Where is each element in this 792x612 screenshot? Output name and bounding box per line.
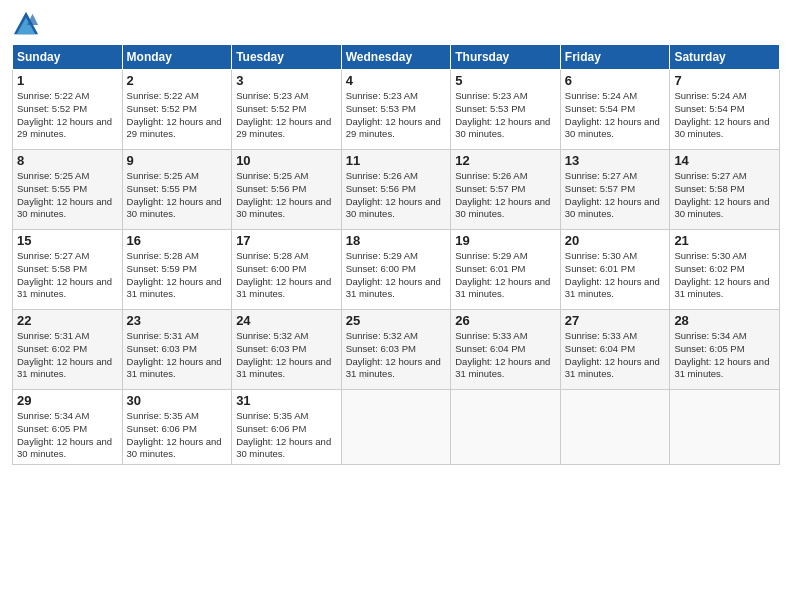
day-info: Sunrise: 5:30 AMSunset: 6:01 PMDaylight:…	[565, 250, 666, 301]
day-info: Sunrise: 5:32 AMSunset: 6:03 PMDaylight:…	[236, 330, 337, 381]
calendar-header-friday: Friday	[560, 45, 670, 70]
day-info: Sunrise: 5:34 AMSunset: 6:05 PMDaylight:…	[17, 410, 118, 461]
calendar-header-wednesday: Wednesday	[341, 45, 451, 70]
day-info: Sunrise: 5:26 AMSunset: 5:56 PMDaylight:…	[346, 170, 447, 221]
calendar-header-saturday: Saturday	[670, 45, 780, 70]
day-number: 8	[17, 153, 118, 168]
calendar-cell: 8Sunrise: 5:25 AMSunset: 5:55 PMDaylight…	[13, 150, 123, 230]
day-number: 22	[17, 313, 118, 328]
calendar-cell: 15Sunrise: 5:27 AMSunset: 5:58 PMDayligh…	[13, 230, 123, 310]
day-number: 10	[236, 153, 337, 168]
day-info: Sunrise: 5:35 AMSunset: 6:06 PMDaylight:…	[236, 410, 337, 461]
calendar-cell: 21Sunrise: 5:30 AMSunset: 6:02 PMDayligh…	[670, 230, 780, 310]
calendar-cell: 2Sunrise: 5:22 AMSunset: 5:52 PMDaylight…	[122, 70, 232, 150]
calendar-cell: 5Sunrise: 5:23 AMSunset: 5:53 PMDaylight…	[451, 70, 561, 150]
day-number: 24	[236, 313, 337, 328]
calendar-cell: 6Sunrise: 5:24 AMSunset: 5:54 PMDaylight…	[560, 70, 670, 150]
calendar-cell	[451, 390, 561, 465]
calendar-week-row: 22Sunrise: 5:31 AMSunset: 6:02 PMDayligh…	[13, 310, 780, 390]
calendar-header-monday: Monday	[122, 45, 232, 70]
calendar-cell: 11Sunrise: 5:26 AMSunset: 5:56 PMDayligh…	[341, 150, 451, 230]
calendar-cell: 22Sunrise: 5:31 AMSunset: 6:02 PMDayligh…	[13, 310, 123, 390]
calendar-cell: 23Sunrise: 5:31 AMSunset: 6:03 PMDayligh…	[122, 310, 232, 390]
day-info: Sunrise: 5:23 AMSunset: 5:53 PMDaylight:…	[455, 90, 556, 141]
day-info: Sunrise: 5:25 AMSunset: 5:55 PMDaylight:…	[17, 170, 118, 221]
day-number: 6	[565, 73, 666, 88]
calendar-cell: 26Sunrise: 5:33 AMSunset: 6:04 PMDayligh…	[451, 310, 561, 390]
day-number: 13	[565, 153, 666, 168]
calendar-cell: 7Sunrise: 5:24 AMSunset: 5:54 PMDaylight…	[670, 70, 780, 150]
day-info: Sunrise: 5:23 AMSunset: 5:53 PMDaylight:…	[346, 90, 447, 141]
calendar-cell: 17Sunrise: 5:28 AMSunset: 6:00 PMDayligh…	[232, 230, 342, 310]
day-number: 2	[127, 73, 228, 88]
day-number: 1	[17, 73, 118, 88]
day-number: 4	[346, 73, 447, 88]
calendar-cell: 27Sunrise: 5:33 AMSunset: 6:04 PMDayligh…	[560, 310, 670, 390]
day-number: 9	[127, 153, 228, 168]
day-info: Sunrise: 5:25 AMSunset: 5:55 PMDaylight:…	[127, 170, 228, 221]
calendar-cell: 24Sunrise: 5:32 AMSunset: 6:03 PMDayligh…	[232, 310, 342, 390]
day-number: 16	[127, 233, 228, 248]
day-info: Sunrise: 5:22 AMSunset: 5:52 PMDaylight:…	[127, 90, 228, 141]
day-number: 23	[127, 313, 228, 328]
calendar-cell: 19Sunrise: 5:29 AMSunset: 6:01 PMDayligh…	[451, 230, 561, 310]
day-number: 19	[455, 233, 556, 248]
calendar-header-row: SundayMondayTuesdayWednesdayThursdayFrid…	[13, 45, 780, 70]
calendar-cell	[341, 390, 451, 465]
calendar-cell: 16Sunrise: 5:28 AMSunset: 5:59 PMDayligh…	[122, 230, 232, 310]
calendar-week-row: 8Sunrise: 5:25 AMSunset: 5:55 PMDaylight…	[13, 150, 780, 230]
calendar-cell: 30Sunrise: 5:35 AMSunset: 6:06 PMDayligh…	[122, 390, 232, 465]
day-number: 14	[674, 153, 775, 168]
calendar-week-row: 29Sunrise: 5:34 AMSunset: 6:05 PMDayligh…	[13, 390, 780, 465]
calendar-week-row: 1Sunrise: 5:22 AMSunset: 5:52 PMDaylight…	[13, 70, 780, 150]
day-info: Sunrise: 5:34 AMSunset: 6:05 PMDaylight:…	[674, 330, 775, 381]
day-number: 30	[127, 393, 228, 408]
day-number: 12	[455, 153, 556, 168]
day-number: 29	[17, 393, 118, 408]
day-info: Sunrise: 5:29 AMSunset: 6:01 PMDaylight:…	[455, 250, 556, 301]
calendar-cell: 12Sunrise: 5:26 AMSunset: 5:57 PMDayligh…	[451, 150, 561, 230]
calendar-cell: 14Sunrise: 5:27 AMSunset: 5:58 PMDayligh…	[670, 150, 780, 230]
day-info: Sunrise: 5:33 AMSunset: 6:04 PMDaylight:…	[455, 330, 556, 381]
day-number: 20	[565, 233, 666, 248]
day-info: Sunrise: 5:28 AMSunset: 6:00 PMDaylight:…	[236, 250, 337, 301]
calendar-cell: 10Sunrise: 5:25 AMSunset: 5:56 PMDayligh…	[232, 150, 342, 230]
day-number: 7	[674, 73, 775, 88]
page-container: SundayMondayTuesdayWednesdayThursdayFrid…	[0, 0, 792, 612]
calendar-cell: 29Sunrise: 5:34 AMSunset: 6:05 PMDayligh…	[13, 390, 123, 465]
day-number: 17	[236, 233, 337, 248]
day-number: 26	[455, 313, 556, 328]
calendar-cell	[560, 390, 670, 465]
calendar-week-row: 15Sunrise: 5:27 AMSunset: 5:58 PMDayligh…	[13, 230, 780, 310]
day-number: 18	[346, 233, 447, 248]
day-number: 15	[17, 233, 118, 248]
day-info: Sunrise: 5:24 AMSunset: 5:54 PMDaylight:…	[565, 90, 666, 141]
day-info: Sunrise: 5:27 AMSunset: 5:58 PMDaylight:…	[17, 250, 118, 301]
day-number: 27	[565, 313, 666, 328]
calendar-cell: 18Sunrise: 5:29 AMSunset: 6:00 PMDayligh…	[341, 230, 451, 310]
calendar-cell	[670, 390, 780, 465]
calendar-cell: 4Sunrise: 5:23 AMSunset: 5:53 PMDaylight…	[341, 70, 451, 150]
calendar-cell: 1Sunrise: 5:22 AMSunset: 5:52 PMDaylight…	[13, 70, 123, 150]
day-info: Sunrise: 5:27 AMSunset: 5:58 PMDaylight:…	[674, 170, 775, 221]
page-header	[12, 10, 780, 38]
day-number: 31	[236, 393, 337, 408]
logo-icon	[12, 10, 40, 38]
calendar-cell: 31Sunrise: 5:35 AMSunset: 6:06 PMDayligh…	[232, 390, 342, 465]
day-info: Sunrise: 5:22 AMSunset: 5:52 PMDaylight:…	[17, 90, 118, 141]
day-info: Sunrise: 5:31 AMSunset: 6:02 PMDaylight:…	[17, 330, 118, 381]
day-number: 28	[674, 313, 775, 328]
day-info: Sunrise: 5:23 AMSunset: 5:52 PMDaylight:…	[236, 90, 337, 141]
calendar-cell: 3Sunrise: 5:23 AMSunset: 5:52 PMDaylight…	[232, 70, 342, 150]
calendar-header-thursday: Thursday	[451, 45, 561, 70]
day-info: Sunrise: 5:30 AMSunset: 6:02 PMDaylight:…	[674, 250, 775, 301]
calendar-cell: 9Sunrise: 5:25 AMSunset: 5:55 PMDaylight…	[122, 150, 232, 230]
day-info: Sunrise: 5:27 AMSunset: 5:57 PMDaylight:…	[565, 170, 666, 221]
day-info: Sunrise: 5:32 AMSunset: 6:03 PMDaylight:…	[346, 330, 447, 381]
day-number: 25	[346, 313, 447, 328]
calendar-cell: 25Sunrise: 5:32 AMSunset: 6:03 PMDayligh…	[341, 310, 451, 390]
calendar-header-sunday: Sunday	[13, 45, 123, 70]
day-info: Sunrise: 5:26 AMSunset: 5:57 PMDaylight:…	[455, 170, 556, 221]
day-number: 21	[674, 233, 775, 248]
day-info: Sunrise: 5:35 AMSunset: 6:06 PMDaylight:…	[127, 410, 228, 461]
